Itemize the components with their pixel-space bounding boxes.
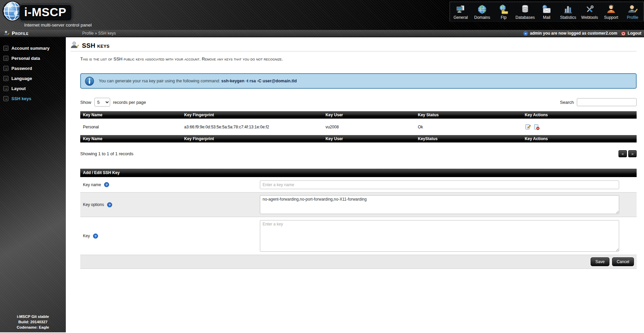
nav-item-profile[interactable]: Profile xyxy=(622,2,643,21)
footer-col-key-fingerprint: Key Fingerprint xyxy=(182,135,323,142)
envelope-icon xyxy=(542,4,552,14)
nav-item-databases[interactable]: Databases xyxy=(514,2,536,21)
records-summary: Showing 1 to 1 of 1 records xyxy=(80,151,133,156)
breadcrumb-section: Profile xyxy=(0,30,66,36)
help-icon[interactable]: ? xyxy=(93,234,98,239)
ssh-keys-table: Key Name Key Fingerprint Key User Key St… xyxy=(80,111,637,142)
cancel-button[interactable]: Cancel xyxy=(612,257,634,266)
nav-item-statistics[interactable]: Statistics xyxy=(557,2,579,21)
next-page-button[interactable]: » xyxy=(628,150,637,157)
sidebar-item-label: Layout xyxy=(11,86,26,91)
section-label: Profile xyxy=(12,31,29,36)
arrow-icon: → xyxy=(3,46,8,51)
key-label: Key xyxy=(83,234,90,238)
nav-item-support[interactable]: Support xyxy=(600,2,622,21)
main-nav: General Domains Ftp Databases xyxy=(450,2,644,22)
form-footer: Save Cancel xyxy=(80,255,637,269)
breadcrumb: Profile » SSH keys xyxy=(66,31,116,36)
prev-page-button[interactable]: « xyxy=(618,150,627,157)
nav-item-general[interactable]: General xyxy=(450,2,471,21)
nav-label: Domains xyxy=(474,15,490,20)
footer-col-key-actions: Key Actions xyxy=(522,135,637,142)
profile-person-icon xyxy=(71,41,79,49)
add-edit-ssh-key-form: Add / Edit SSH Key Key name ? Key option… xyxy=(80,169,637,269)
nav-item-mail[interactable]: Mail xyxy=(536,2,557,21)
back-icon[interactable]: « xyxy=(523,31,528,36)
sidebar-item-language[interactable]: → Language xyxy=(0,73,66,83)
nav-item-webtools[interactable]: Webtools xyxy=(579,2,600,21)
records-per-page-label: records per page xyxy=(113,100,146,105)
logo-text[interactable]: i-MSCP xyxy=(19,4,72,21)
svg-text:?: ? xyxy=(94,234,96,238)
col-key-actions[interactable]: Key Actions xyxy=(522,111,637,119)
profile-person-icon xyxy=(628,4,638,14)
col-key-name[interactable]: Key Name xyxy=(80,111,182,119)
svg-text:«: « xyxy=(525,31,527,35)
table-row: Personal a3:66:f9:9e:0d:53:5e:5a:5a:78:c… xyxy=(80,119,637,135)
edit-key-icon[interactable] xyxy=(525,124,531,130)
logo-subtitle: Internet multi-server control panel xyxy=(24,23,92,28)
cell-key-name: Personal xyxy=(80,119,182,135)
nav-label: Databases xyxy=(515,15,535,20)
key-name-row: Key name ? xyxy=(80,177,637,193)
col-key-status[interactable]: Key Status xyxy=(415,111,522,119)
power-icon[interactable] xyxy=(621,31,626,36)
logout-link[interactable]: Logout xyxy=(628,31,641,36)
nav-label: Profile xyxy=(627,15,638,20)
sidebar-item-ssh-keys[interactable]: → SSH keys xyxy=(0,93,66,103)
nav-item-domains[interactable]: Domains xyxy=(471,2,493,21)
page-title: SSH keys xyxy=(82,42,109,49)
main-content: SSH keys This is the list of SSH public … xyxy=(66,37,644,332)
session-info: « admin you are now logged as customer2.… xyxy=(523,31,644,36)
key-textarea[interactable] xyxy=(260,220,619,252)
build-line: Build: 20140327 xyxy=(0,319,66,325)
table-summary-row: Showing 1 to 1 of 1 records « » xyxy=(80,150,637,157)
sidebar-item-label: Personal data xyxy=(11,56,40,61)
arrow-icon: → xyxy=(3,86,8,91)
sidebar: → Account summary → Personal data → Pass… xyxy=(0,37,66,332)
sidebar-item-label: SSH keys xyxy=(11,96,31,101)
globe-icon xyxy=(477,4,487,14)
breadcrumb-bar: Profile Profile » SSH keys « admin you a… xyxy=(0,30,644,37)
nav-label: General xyxy=(454,15,468,20)
table-controls: Show 5 records per page Search xyxy=(80,98,637,107)
delete-key-icon[interactable] xyxy=(534,124,540,130)
sidebar-item-password[interactable]: → Password xyxy=(0,63,66,73)
nav-item-ftp[interactable]: Ftp xyxy=(493,2,514,21)
per-page-select[interactable]: 5 xyxy=(94,98,110,107)
key-name-input[interactable] xyxy=(260,180,619,189)
col-key-fingerprint[interactable]: Key Fingerprint xyxy=(182,111,323,119)
cell-key-user: vu2008 xyxy=(323,119,415,135)
footer-col-key-name: Key Name xyxy=(80,135,182,142)
save-button[interactable]: Save xyxy=(591,257,609,266)
profile-person-icon xyxy=(3,30,9,36)
page-title-row: SSH keys xyxy=(71,41,637,51)
show-label: Show xyxy=(80,100,91,105)
arrow-icon: → xyxy=(3,56,8,61)
support-person-icon xyxy=(606,4,616,14)
sidebar-item-personal-data[interactable]: → Personal data xyxy=(0,53,66,63)
arrow-icon: → xyxy=(3,96,8,101)
key-options-textarea[interactable]: no-agent-forwarding,no-port-forwarding,n… xyxy=(260,195,619,214)
top-header: i-MSCP Internet multi-server control pan… xyxy=(0,0,644,30)
globe-folder-icon xyxy=(499,4,509,14)
search-label: Search xyxy=(560,100,574,105)
help-icon[interactable]: ? xyxy=(107,202,112,207)
nav-label: Statistics xyxy=(560,15,576,20)
page-description: This is the list of SSH public keys asso… xyxy=(80,56,637,61)
sidebar-item-label: Language xyxy=(11,76,32,81)
info-box: You can generate your rsa key pair using… xyxy=(80,73,637,89)
form-title: Add / Edit SSH Key xyxy=(80,169,637,177)
search-input[interactable] xyxy=(577,98,637,106)
search-wrap: Search xyxy=(560,98,637,106)
info-text: You can generate your rsa key pair using… xyxy=(99,79,297,83)
key-options-label-cell: Key options ? xyxy=(80,202,260,207)
col-key-user[interactable]: Key User xyxy=(323,111,415,119)
bar-chart-icon xyxy=(563,4,573,14)
arrow-icon: → xyxy=(3,66,8,71)
table-header-row: Key Name Key Fingerprint Key User Key St… xyxy=(80,111,637,119)
help-icon[interactable]: ? xyxy=(104,182,109,187)
table-footer-row: Key Name Key Fingerprint Key User KeySta… xyxy=(80,135,637,142)
sidebar-item-account-summary[interactable]: → Account summary xyxy=(0,43,66,53)
sidebar-item-layout[interactable]: → Layout xyxy=(0,83,66,93)
